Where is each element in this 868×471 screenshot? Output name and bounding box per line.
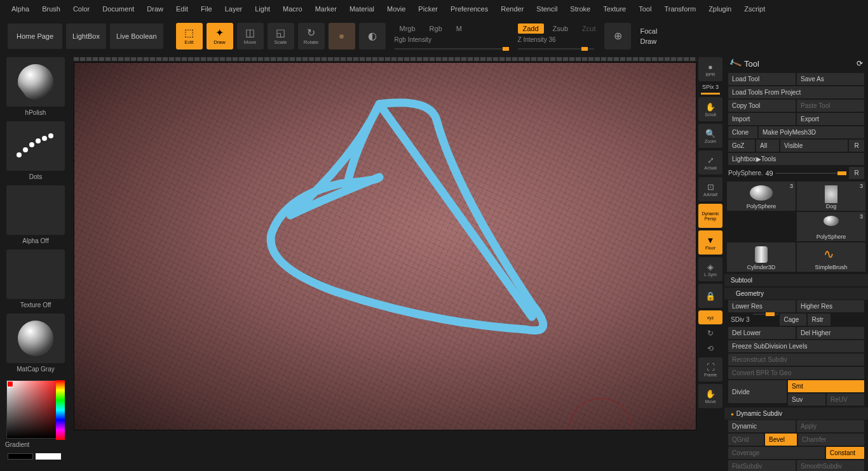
chamfer-button[interactable]: Chamfer [798,434,864,446]
subtool-simplebrush[interactable]: ∿SimpleBrush [797,242,865,272]
draw-mode-button[interactable]: ✦Draw [207,23,233,50]
rotate-z-button[interactable]: ⟲ [701,342,720,355]
menu-zscript[interactable]: Zscript [738,3,771,15]
menu-stencil[interactable]: Stencil [530,3,564,15]
menu-document[interactable]: Document [96,3,140,15]
subtool-header[interactable]: Subtool [724,274,868,286]
menu-color[interactable]: Color [67,3,96,15]
geometry-header[interactable]: Geometry [724,288,868,300]
actual-button[interactable]: ⤢Actual [698,150,722,175]
color-marker[interactable] [7,381,13,387]
export-button[interactable]: Export [797,113,864,125]
menu-edit[interactable]: Edit [170,3,194,15]
divide-button[interactable]: Divide [728,380,787,403]
brush-thumb[interactable] [6,57,65,107]
xyz-button[interactable]: xyz [698,310,722,324]
spix-slider[interactable] [701,93,720,95]
menu-movie[interactable]: Movie [381,3,412,15]
tool-panel-header[interactable]: 🔨 Tool ⟳ [724,55,868,72]
persp-button[interactable]: DynamicPersp [698,204,722,228]
rgb-intensity-slider[interactable] [395,48,509,50]
smooth-subdiv-button[interactable]: SmoothSubdiv [797,460,864,471]
smt-button[interactable]: Smt [788,380,864,392]
menu-render[interactable]: Render [494,3,530,15]
bevel-button[interactable]: Bevel [765,434,797,446]
zcut-button[interactable]: Zcut [577,23,600,34]
reconstruct-button[interactable]: Reconstruct Subdiv [728,354,864,366]
del-lower-button[interactable]: Del Lower [728,327,796,339]
qgrid-button[interactable]: QGrid [728,434,764,446]
menu-file[interactable]: File [194,3,219,15]
sdiv-slider[interactable] [753,314,778,315]
edit-mode-button[interactable]: ⬚Edit [176,23,203,50]
refresh-icon[interactable]: ⟳ [857,59,863,68]
mrgb-button[interactable]: Mrgb [395,23,421,34]
polysphere-slider[interactable] [776,173,846,174]
polysphere-r-button[interactable]: R [849,167,864,179]
lower-res-button[interactable]: Lower Res [728,300,796,312]
lightbox-tools-button[interactable]: Lightbox▶Tools [728,153,864,165]
copy-tool-button[interactable]: Copy Tool [728,100,796,112]
subtool-dog[interactable]: 3Dog [797,182,865,211]
move-nav-button[interactable]: ✋Move [698,384,722,408]
menu-stroke[interactable]: Stroke [564,3,597,15]
goz-button[interactable]: GoZ [728,140,755,152]
hue-bar[interactable] [56,380,65,440]
reuv-button[interactable]: ReUV [827,394,864,406]
zsub-button[interactable]: Zsub [548,23,573,34]
higher-res-button[interactable]: Higher Res [797,300,864,312]
bpr-button[interactable]: ●BPR [698,57,722,81]
material-thumb[interactable] [6,314,65,363]
m-button[interactable]: M [451,23,467,34]
texture-thumb[interactable] [6,249,65,299]
viewport-3d[interactable] [74,62,696,430]
rotate-mode-button[interactable]: ↻Rotate [298,23,325,50]
rotate-y-button[interactable]: ↻ [701,327,720,340]
swatch-black[interactable] [8,453,33,460]
scroll-button[interactable]: ✋Scroll [698,97,722,121]
zoom-button[interactable]: 🔍Zoom [698,124,722,148]
rgb-button[interactable]: Rgb [424,23,447,34]
menu-picker[interactable]: Picker [412,3,444,15]
aahalf-button[interactable]: ⊡AAHalf [698,177,722,201]
save-as-button[interactable]: Save As [797,73,864,85]
menu-transform[interactable]: Transform [658,3,702,15]
sculpt-ring-button[interactable]: ◐ [359,23,386,50]
stroke-thumb[interactable] [6,121,65,171]
import-button[interactable]: Import [728,113,796,125]
sculpt-sphere-button[interactable]: ● [329,23,355,50]
menu-material[interactable]: Material [343,3,381,15]
coverage-button[interactable]: Coverage [728,447,825,459]
menu-zplugin[interactable]: Zplugin [702,3,738,15]
apply-button[interactable]: Apply [797,420,864,432]
del-higher-button[interactable]: Del Higher [797,327,864,339]
frame-button[interactable]: ⛶Frame [698,357,722,381]
gyro-button[interactable]: ⊕ [604,23,631,50]
menu-tool[interactable]: Tool [632,3,658,15]
rstr-button[interactable]: Rstr [808,314,831,326]
live-boolean-button[interactable]: Live Boolean [110,23,163,49]
floor-button[interactable]: ▼Floor [698,230,722,255]
load-project-button[interactable]: Load Tools From Project [728,86,864,98]
flat-subdiv-button[interactable]: FlatSubdiv [728,460,796,471]
lock-button[interactable]: 🔒 [698,284,722,308]
menu-macro[interactable]: Macro [276,3,309,15]
dynamic-button[interactable]: Dynamic [728,420,796,432]
make-polymesh-button[interactable]: Make PolyMesh3D [759,126,864,138]
menu-texture[interactable]: Texture [597,3,632,15]
cage-button[interactable]: Cage [780,314,806,326]
paste-tool-button[interactable]: Paste Tool [797,100,864,112]
goz-visible-button[interactable]: Visible [780,140,848,152]
menu-draw[interactable]: Draw [140,3,170,15]
move-mode-button[interactable]: ◫Move [237,23,264,50]
menu-alpha[interactable]: Alpha [5,3,36,15]
clone-button[interactable]: Clone [728,126,757,138]
convert-bpr-button[interactable]: Convert BPR To Geo [728,367,864,379]
suv-button[interactable]: Suv [788,394,825,406]
freeze-subdiv-button[interactable]: Freeze SubDivision Levels [728,340,864,352]
menu-light[interactable]: Light [248,3,276,15]
lsym-button[interactable]: ◈L.Sym [698,257,722,281]
goz-all-button[interactable]: All [756,140,779,152]
zadd-button[interactable]: Zadd [518,23,544,34]
color-picker[interactable] [6,380,65,439]
